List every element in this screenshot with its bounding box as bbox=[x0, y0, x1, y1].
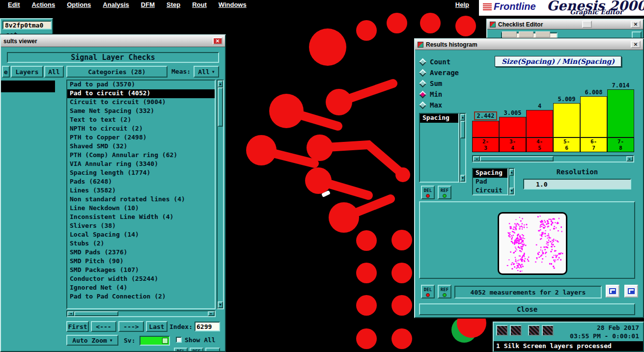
category-item[interactable]: Slivers (38) bbox=[67, 222, 215, 231]
del-button[interactable]: DEL bbox=[421, 186, 435, 199]
layers-all-button[interactable]: All bbox=[44, 66, 64, 78]
menu-item-windows[interactable]: Windows bbox=[214, 1, 252, 8]
side-tab-button[interactable]: e bbox=[2, 66, 10, 78]
category-item[interactable]: Lines (3582) bbox=[67, 187, 215, 195]
scroll-down-icon[interactable]: ▼ bbox=[460, 175, 465, 182]
results-viewer-title-bar[interactable]: sults viewer ✕ bbox=[1, 35, 225, 47]
layers-button[interactable]: Layers bbox=[11, 66, 43, 78]
last-button[interactable]: Last bbox=[146, 321, 168, 332]
hist-bar[interactable] bbox=[607, 89, 634, 137]
category-item[interactable]: SMD Pitch (90) bbox=[67, 257, 215, 266]
list-item[interactable]: Spacing bbox=[420, 114, 458, 123]
menu-item-edit[interactable]: Edit bbox=[3, 1, 25, 8]
parameter-list[interactable]: SpacingPadCircuit bbox=[472, 168, 508, 195]
next-button[interactable]: ---> bbox=[118, 321, 144, 332]
category-item[interactable]: Ignored Net (4) bbox=[67, 284, 215, 293]
scrollbar-thumb[interactable] bbox=[218, 87, 223, 127]
status-tool-icon-button[interactable] bbox=[510, 325, 522, 336]
meas-dropdown[interactable]: All ▼ bbox=[194, 66, 219, 78]
layer-compare-icon-button[interactable] bbox=[624, 285, 638, 298]
category-item[interactable]: Text to text (2) bbox=[67, 116, 215, 125]
hist-bar-column[interactable]: 3.005 bbox=[499, 109, 526, 137]
menu-item-dfm[interactable]: DFM bbox=[136, 1, 160, 8]
hist-bar[interactable] bbox=[499, 117, 526, 137]
scrollbar-thumb[interactable] bbox=[74, 311, 118, 316]
scroll-up-icon[interactable]: ▲ bbox=[218, 81, 223, 87]
hist-bar[interactable] bbox=[553, 103, 580, 137]
category-item[interactable]: Pads (6248) bbox=[67, 178, 215, 187]
resolution-field[interactable]: 1.0 bbox=[523, 179, 631, 190]
hist-bar[interactable] bbox=[526, 110, 553, 137]
scroll-right-icon[interactable]: ► bbox=[626, 156, 633, 162]
category-item[interactable]: Inconsistent Line Width (4) bbox=[67, 213, 215, 222]
stat-radio-min[interactable]: Min bbox=[420, 89, 442, 99]
category-item[interactable]: SMD Pads (2376) bbox=[67, 248, 215, 257]
ref-button[interactable]: REF bbox=[438, 285, 451, 298]
del-button[interactable]: DEL bbox=[421, 285, 435, 298]
stat-radio-count[interactable]: Count bbox=[420, 57, 450, 67]
checklist-close-button[interactable]: ✕ bbox=[631, 21, 641, 28]
list-item[interactable]: Spacing bbox=[473, 169, 507, 178]
stat-radio-sum[interactable]: Sum bbox=[420, 79, 442, 88]
show-all-checkbox[interactable] bbox=[176, 337, 182, 343]
sv-color-swatch[interactable] bbox=[140, 336, 170, 346]
category-item[interactable]: Pad to circuit (4052) bbox=[67, 89, 215, 98]
checklist-toolbar-button[interactable] bbox=[502, 31, 517, 37]
scroll-right-icon[interactable]: ► bbox=[208, 311, 215, 316]
prev-button[interactable]: <--- bbox=[91, 321, 116, 332]
hist-bar-column[interactable]: 4 bbox=[526, 103, 553, 137]
menu-item-analysis[interactable]: Analysis bbox=[98, 1, 134, 8]
checklist-toolbar-button[interactable] bbox=[535, 31, 550, 37]
checklist-title-bar[interactable]: Checklist Editor ✕ bbox=[487, 20, 643, 29]
scrollbar-thumb[interactable] bbox=[460, 121, 465, 138]
defect-preview-box[interactable] bbox=[498, 212, 567, 275]
ref-button[interactable]: REF bbox=[438, 186, 451, 199]
hist-bar-column[interactable]: 2.442 bbox=[472, 111, 499, 137]
parameter-scrollbar[interactable]: ▲ ▼ bbox=[508, 168, 515, 195]
measure-scrollbar[interactable]: ▲ ▼ bbox=[459, 113, 466, 183]
scroll-left-icon[interactable]: ◄ bbox=[67, 311, 74, 316]
hist-bar-column[interactable]: 6.008 bbox=[580, 89, 607, 137]
category-list[interactable]: Pad to pad (3570)Pad to circuit (4052)Ci… bbox=[66, 80, 216, 309]
stat-radio-average[interactable]: Average bbox=[420, 68, 459, 78]
category-item[interactable]: Circuit to circuit (9004) bbox=[67, 98, 215, 107]
category-item[interactable]: VIA Annular ring (3340) bbox=[67, 160, 215, 169]
job-name-field[interactable]: 8v2fp0tma0 bbox=[2, 21, 52, 29]
category-item[interactable]: Conductor width (25244) bbox=[67, 275, 215, 284]
scroll-down-icon[interactable]: ▼ bbox=[218, 301, 223, 308]
scroll-up-icon[interactable]: ▲ bbox=[509, 169, 514, 176]
category-item[interactable]: Shaved SMD (32) bbox=[67, 142, 215, 151]
layer-compare-icon-button[interactable] bbox=[606, 285, 619, 298]
category-item[interactable]: Non standard rotated lines (4) bbox=[67, 195, 215, 204]
list-item[interactable]: Circuit bbox=[473, 187, 507, 195]
scrollbar-thumb[interactable] bbox=[480, 156, 554, 162]
swatch-mini-button[interactable] bbox=[162, 338, 168, 344]
scroll-left-icon[interactable]: ◄ bbox=[473, 156, 480, 162]
category-item[interactable]: Local Spacing (14) bbox=[67, 231, 215, 240]
status-tool-icon-button[interactable] bbox=[542, 325, 554, 336]
category-item[interactable]: Stubs (2) bbox=[67, 240, 215, 248]
category-item[interactable]: Pad to Pad Connection (2) bbox=[67, 293, 215, 301]
first-button[interactable]: First bbox=[66, 321, 89, 332]
auto-zoom-dropdown[interactable]: Auto Zoom ▼ bbox=[66, 335, 118, 346]
status-tool-icon-button[interactable] bbox=[496, 325, 508, 336]
scroll-up-icon[interactable]: ▲ bbox=[460, 114, 465, 121]
category-item[interactable]: PTH (Comp) Annular ring (62) bbox=[67, 151, 215, 160]
category-item[interactable]: Pad to pad (3570) bbox=[67, 81, 215, 89]
category-item[interactable]: NPTH to circuit (2) bbox=[67, 125, 215, 134]
del-button[interactable]: DEL bbox=[174, 348, 188, 352]
category-item[interactable]: PTH to Copper (2498) bbox=[67, 134, 215, 142]
hist-bar[interactable] bbox=[472, 121, 499, 137]
partial-button[interactable] bbox=[205, 348, 220, 352]
histogram-title-bar[interactable]: Results histogram ✕ bbox=[415, 39, 643, 50]
checklist-minimize-button[interactable] bbox=[582, 21, 592, 28]
histogram-close-icon[interactable]: ✕ bbox=[631, 41, 641, 48]
category-horizontal-scrollbar[interactable]: ◄ ► bbox=[66, 310, 216, 317]
stat-radio-max[interactable]: Max bbox=[420, 100, 442, 110]
category-item[interactable]: Line Neckdown (10) bbox=[67, 204, 215, 213]
menu-item-options[interactable]: Options bbox=[62, 1, 96, 8]
selected-layer-row[interactable] bbox=[1, 81, 55, 92]
menu-item-rout[interactable]: Rout bbox=[187, 1, 212, 8]
results-viewer-close-button[interactable]: ✕ bbox=[213, 37, 223, 45]
menu-item-help[interactable]: Help bbox=[455, 1, 476, 8]
